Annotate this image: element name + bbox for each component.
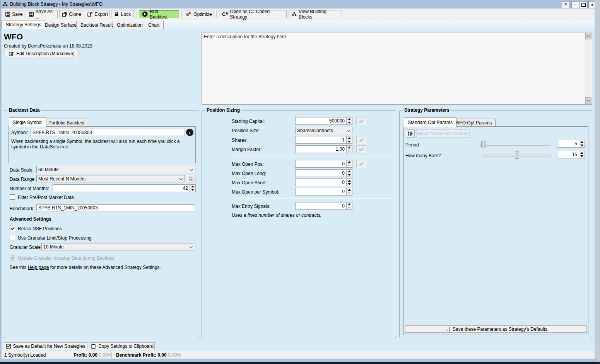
save-button[interactable]: Save <box>4 10 24 18</box>
spin-down-icon[interactable] <box>347 164 352 167</box>
period-spinner[interactable]: 5 <box>557 140 585 148</box>
spin-up-icon[interactable] <box>347 136 352 140</box>
tab-strategy-settings[interactable]: Strategy Settings <box>2 20 45 29</box>
spin-down-icon[interactable] <box>347 121 352 124</box>
max-open-symbol-value[interactable]: 0 <box>295 188 346 196</box>
period-slider[interactable] <box>480 141 550 148</box>
period-slider-thumb[interactable] <box>481 141 485 148</box>
max-open-long-value[interactable]: 0 <box>295 169 346 177</box>
export-button[interactable]: Export <box>86 10 109 18</box>
view-building-blocks-button[interactable]: View Building Blocks <box>289 10 342 18</box>
help-page-link[interactable]: Help page <box>28 265 49 270</box>
spin-down-icon[interactable] <box>579 144 585 147</box>
spin-up-icon[interactable] <box>347 188 352 192</box>
spin-up-icon[interactable] <box>347 146 352 149</box>
months-value[interactable]: 42 <box>53 184 190 192</box>
tab-standard-opt-params[interactable]: Standard Opt Params <box>404 117 456 127</box>
period-value[interactable]: 5 <box>557 140 579 148</box>
save-default-new-strategies-button[interactable]: Save as Default for New Strategies <box>4 342 87 350</box>
starting-capital-gear-button[interactable] <box>356 117 366 125</box>
slider-track[interactable] <box>480 144 550 146</box>
spin-down-icon[interactable] <box>347 140 352 143</box>
tab-design-surface[interactable]: Design Surface <box>41 21 81 29</box>
max-open-short-value[interactable]: 0 <box>295 179 346 186</box>
max-open-long-spinner[interactable]: 0 <box>295 169 352 177</box>
help-button[interactable]: ? <box>562 1 569 8</box>
spin-down-icon[interactable] <box>347 182 352 186</box>
copy-settings-button[interactable]: Copy Settings to Clipboard <box>90 342 155 350</box>
spin-down-icon[interactable] <box>579 155 585 158</box>
max-open-pos-spinner[interactable]: 0 <box>295 160 352 168</box>
tab-wfo-opt-params[interactable]: WFO Opt Params <box>451 119 496 127</box>
benchmark-input[interactable]: SPFB.RTS_1MIN_20050803 <box>36 204 195 211</box>
granular-scale-select[interactable]: 10 Minute <box>41 243 195 250</box>
shares-value[interactable]: 1 <box>295 136 346 144</box>
tab-optimization[interactable]: Optimization <box>113 21 147 29</box>
symbol-picker-button[interactable]: › <box>186 129 193 136</box>
max-open-pos-value[interactable]: 0 <box>295 160 346 168</box>
spin-down-icon[interactable] <box>347 173 352 177</box>
spin-up-icon[interactable] <box>579 140 585 144</box>
months-spinner[interactable]: 42 <box>53 184 196 192</box>
spin-up-icon[interactable] <box>347 160 352 164</box>
tab-single-symbol[interactable]: Single Symbol <box>9 117 46 127</box>
lock-button[interactable]: Lock <box>111 10 134 18</box>
reset-defaults-button[interactable]: Reset Values to Defaults <box>416 129 470 138</box>
save-data-range-button[interactable] <box>187 175 196 182</box>
spin-down-icon[interactable] <box>347 192 352 195</box>
open-csharp-strategy-button[interactable]: C# Open as C# Coded Strategy <box>219 10 287 18</box>
clone-button[interactable]: Clone <box>59 10 84 18</box>
scroll-down-icon[interactable] <box>585 97 591 104</box>
max-open-symbol-spinner[interactable]: 0 <box>295 188 352 196</box>
granular-limit-checkbox[interactable] <box>10 235 15 240</box>
max-entry-value[interactable]: 0 <box>295 202 346 210</box>
save-as-button[interactable]: Save As ... <box>26 10 58 18</box>
run-backtest-button[interactable]: Run Backtest <box>139 10 179 18</box>
save-parameters-defaults-button[interactable]: →| Save these Parameters as Strategy's D… <box>405 325 587 333</box>
scroll-up-icon[interactable] <box>585 33 591 39</box>
shares-gear-button[interactable] <box>356 136 366 144</box>
bars-spinner[interactable]: 15 <box>557 151 585 158</box>
spin-down-icon[interactable] <box>190 188 195 192</box>
starting-capital-spinner[interactable]: 500000 <box>295 117 352 125</box>
spin-up-icon[interactable] <box>347 202 352 206</box>
bars-slider[interactable] <box>482 151 550 159</box>
maximize-button[interactable] <box>580 1 588 8</box>
minimize-button[interactable]: – <box>571 1 579 8</box>
margin-factor-value[interactable]: 1,00 <box>295 145 346 153</box>
filter-prepost-checkbox[interactable] <box>10 194 15 200</box>
spin-up-icon[interactable] <box>347 170 352 173</box>
bars-value[interactable]: 15 <box>557 151 579 158</box>
starting-capital-value[interactable]: 500000 <box>295 117 346 125</box>
data-range-select[interactable]: Most Recent N Months <box>36 175 185 182</box>
spin-up-icon[interactable] <box>579 151 585 155</box>
spin-up-icon[interactable] <box>347 117 352 121</box>
clone-label: Clone <box>69 12 81 17</box>
tab-portfolio-backtest[interactable]: Portfolio Backtest <box>44 119 88 127</box>
description-scrollbar[interactable] <box>585 33 591 104</box>
spin-up-icon[interactable] <box>190 185 195 188</box>
spin-up-icon[interactable] <box>347 179 352 182</box>
description-text[interactable]: Enter a description for the Strategy her… <box>204 34 583 39</box>
floppy-icon <box>189 177 193 181</box>
description-textarea[interactable]: Enter a description for the Strategy her… <box>202 32 592 105</box>
spin-down-icon[interactable] <box>347 149 352 153</box>
tab-chart[interactable]: Chart <box>144 21 164 29</box>
retain-nsf-checkbox[interactable] <box>10 226 15 231</box>
bars-slider-thumb[interactable] <box>515 151 519 159</box>
max-open-short-spinner[interactable]: 0 <box>295 179 352 186</box>
edit-description-button[interactable]: Edit Description (Markdown) <box>5 50 79 57</box>
margin-factor-gear-button[interactable] <box>356 145 366 153</box>
max-open-pos-gear-button[interactable] <box>356 160 366 168</box>
optimize-button[interactable]: Optimize <box>184 10 214 18</box>
spin-down-icon[interactable] <box>347 206 352 209</box>
symbol-input[interactable]: SPFB.RTS_1MIN_20050803 <box>31 129 185 136</box>
position-size-select[interactable]: Shares/Contracts <box>295 127 352 134</box>
datasets-link[interactable]: DataSets <box>40 144 59 150</box>
title-bar[interactable]: Building Block Strategy - My Strategies\… <box>0 0 597 9</box>
shares-spinner[interactable]: 1 <box>295 136 352 144</box>
max-entry-spinner[interactable]: 0 <box>295 202 352 210</box>
data-scale-select[interactable]: 60 Minute <box>36 166 195 173</box>
margin-factor-spinner[interactable]: 1,00 <box>295 145 352 153</box>
tune-parameters-button[interactable] <box>406 129 415 138</box>
